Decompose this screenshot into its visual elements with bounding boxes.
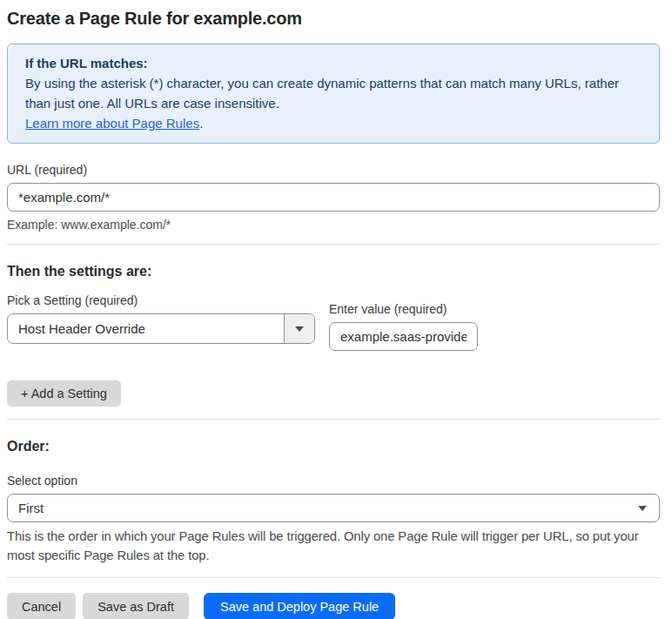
pick-setting-value: Host Header Override (8, 321, 284, 336)
info-box-heading: If the URL matches: (25, 53, 642, 73)
url-matches-info-box: If the URL matches: By using the asteris… (7, 44, 660, 144)
info-box-body: By using the asterisk (*) character, you… (25, 73, 642, 113)
cancel-button[interactable]: Cancel (7, 593, 76, 619)
url-example-text: Example: www.example.com/* (7, 218, 655, 232)
settings-row: Pick a Setting (required) Host Header Ov… (7, 279, 655, 351)
pick-setting-select[interactable]: Host Header Override (7, 313, 315, 344)
page-title: Create a Page Rule for example.com (7, 9, 655, 29)
info-box-link-line: Learn more about Page Rules. (25, 113, 642, 133)
footer-button-row: Cancel Save as Draft Save and Deploy Pag… (7, 593, 655, 619)
setting-value-input[interactable] (329, 322, 478, 351)
divider (7, 419, 660, 420)
divider (7, 577, 660, 578)
order-select-value: First (8, 501, 638, 515)
url-label: URL (required) (7, 163, 655, 177)
pick-setting-column: Pick a Setting (required) Host Header Ov… (7, 279, 315, 344)
url-input[interactable] (7, 183, 660, 212)
order-heading: Order: (7, 439, 655, 454)
save-draft-button[interactable]: Save as Draft (83, 593, 189, 619)
create-page-rule-form: Create a Page Rule for example.com If th… (0, 0, 667, 619)
save-deploy-button[interactable]: Save and Deploy Page Rule (204, 593, 395, 619)
divider (7, 244, 660, 245)
add-setting-button[interactable]: + Add a Setting (7, 380, 121, 407)
chevron-down-icon (295, 326, 304, 332)
chevron-down-icon (638, 506, 647, 511)
enter-value-label: Enter value (required) (329, 302, 478, 316)
order-select[interactable]: First (7, 494, 660, 522)
select-option-label: Select option (7, 474, 655, 488)
link-period: . (199, 116, 203, 131)
settings-heading: Then the settings are: (7, 264, 655, 279)
order-helper-text: This is the order in which your Page Rul… (7, 527, 660, 565)
pick-setting-label: Pick a Setting (required) (7, 293, 315, 307)
dropdown-arrow-button[interactable] (284, 314, 314, 343)
learn-more-link[interactable]: Learn more about Page Rules (25, 116, 199, 131)
enter-value-column: Enter value (required) (329, 279, 478, 351)
